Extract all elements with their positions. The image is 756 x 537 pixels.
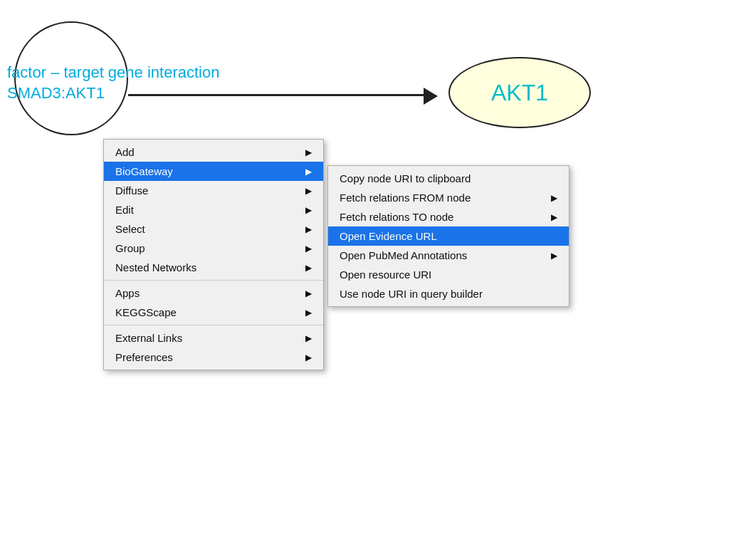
menu-item-biogateway[interactable]: BioGateway▶ — [104, 162, 323, 181]
menu-item-label-nested_networks: Nested Networks — [115, 261, 196, 273]
submenu-arrow-icon-external_links: ▶ — [305, 333, 312, 343]
menu-item-label-diffuse: Diffuse — [115, 184, 148, 197]
menu-item-label-group: Group — [115, 242, 145, 254]
submenu-item-fetch_to[interactable]: Fetch relations TO node▶ — [328, 207, 569, 226]
submenu-item-open_evidence_url[interactable]: Open Evidence URL — [328, 226, 569, 246]
submenu-item-label-open_resource_uri: Open resource URI — [340, 268, 431, 281]
menu-item-label-biogateway: BioGateway — [115, 165, 173, 177]
submenu-arrow-icon-open_pubmed: ▶ — [551, 251, 557, 261]
submenu-arrow-icon-preferences: ▶ — [305, 353, 312, 363]
submenu-arrow-icon-biogateway: ▶ — [305, 167, 312, 177]
node-akt1: AKT1 — [448, 57, 591, 128]
submenu-arrow-icon-select: ▶ — [305, 224, 312, 234]
menu-item-preferences[interactable]: Preferences▶ — [104, 348, 323, 367]
submenu-arrow-icon-keggscape: ▶ — [305, 308, 312, 318]
submenu-arrow-icon-edit: ▶ — [305, 205, 312, 215]
submenu-item-copy_node_uri[interactable]: Copy node URI to clipboard — [328, 169, 569, 188]
menu-separator — [104, 280, 323, 281]
submenu-item-label-open_pubmed: Open PubMed Annotations — [340, 249, 467, 261]
menu-item-label-edit: Edit — [115, 204, 134, 216]
menu-item-keggscape[interactable]: KEGGScape▶ — [104, 303, 323, 322]
node-akt1-label: AKT1 — [491, 80, 548, 106]
menu-item-label-preferences: Preferences — [115, 351, 173, 363]
menu-item-external_links[interactable]: External Links▶ — [104, 328, 323, 348]
menu-item-select[interactable]: Select▶ — [104, 219, 323, 239]
menu-item-label-apps: Apps — [115, 287, 140, 299]
menu-item-label-external_links: External Links — [115, 332, 182, 344]
menu-separator — [104, 325, 323, 325]
interaction-line2: SMAD3:AKT1 — [7, 83, 219, 104]
submenu-arrow-icon-apps: ▶ — [305, 288, 312, 298]
arrow-head — [424, 88, 438, 105]
menu-item-label-keggscape: KEGGScape — [115, 306, 177, 318]
submenu-item-label-open_evidence_url: Open Evidence URL — [340, 230, 437, 242]
menu-item-nested_networks[interactable]: Nested Networks▶ — [104, 258, 323, 277]
submenu-item-open_resource_uri[interactable]: Open resource URI — [328, 265, 569, 284]
submenu-arrow-icon-group: ▶ — [305, 244, 312, 254]
menu-item-edit[interactable]: Edit▶ — [104, 200, 323, 219]
submenu-item-use_node_uri[interactable]: Use node URI in query builder — [328, 284, 569, 303]
menu-item-apps[interactable]: Apps▶ — [104, 283, 323, 303]
menu-item-group[interactable]: Group▶ — [104, 239, 323, 258]
interaction-line1: factor – target gene interaction — [7, 63, 219, 83]
menu-item-label-select: Select — [115, 223, 145, 235]
submenu-item-label-copy_node_uri: Copy node URI to clipboard — [340, 172, 471, 184]
context-menu: Add▶BioGateway▶Diffuse▶Edit▶Select▶Group… — [103, 139, 324, 370]
menu-item-diffuse[interactable]: Diffuse▶ — [104, 181, 323, 200]
submenu-item-open_pubmed[interactable]: Open PubMed Annotations▶ — [328, 246, 569, 265]
submenu-arrow-icon-add: ▶ — [305, 147, 312, 157]
submenu-item-label-fetch_to: Fetch relations TO node — [340, 211, 453, 223]
submenu-item-label-use_node_uri: Use node URI in query builder — [340, 288, 483, 300]
menu-item-add[interactable]: Add▶ — [104, 142, 323, 162]
submenu-arrow-icon-nested_networks: ▶ — [305, 263, 312, 273]
submenu: Copy node URI to clipboardFetch relation… — [327, 165, 569, 307]
submenu-item-fetch_from[interactable]: Fetch relations FROM node▶ — [328, 188, 569, 207]
submenu-arrow-icon-fetch_from: ▶ — [551, 193, 557, 203]
submenu-item-label-fetch_from: Fetch relations FROM node — [340, 192, 471, 204]
menu-item-label-add: Add — [115, 146, 135, 158]
submenu-arrow-icon-diffuse: ▶ — [305, 186, 312, 196]
interaction-label: factor – target gene interaction SMAD3:A… — [7, 63, 219, 103]
submenu-arrow-icon-fetch_to: ▶ — [551, 212, 557, 222]
